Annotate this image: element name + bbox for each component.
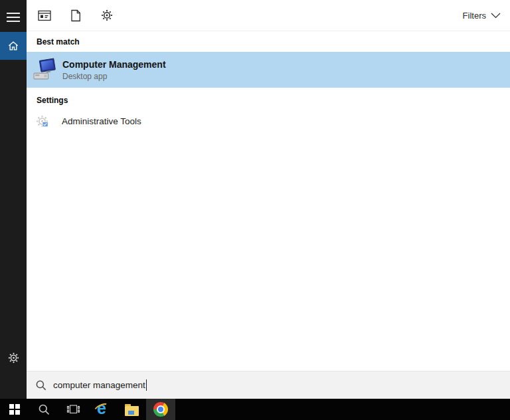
chrome-button[interactable] bbox=[146, 399, 175, 420]
tab-settings[interactable] bbox=[100, 7, 114, 23]
folder-icon bbox=[125, 406, 139, 416]
menu-button[interactable] bbox=[0, 8, 27, 27]
search-icon bbox=[38, 403, 50, 416]
chevron-down-icon bbox=[491, 13, 501, 19]
settings-header: Settings bbox=[37, 96, 68, 105]
best-match-header: Best match bbox=[37, 37, 80, 47]
nav-settings-button[interactable] bbox=[0, 348, 27, 367]
chrome-icon bbox=[153, 402, 168, 417]
file-explorer-button[interactable] bbox=[117, 399, 146, 420]
text-caret bbox=[146, 379, 147, 391]
tab-apps[interactable] bbox=[37, 7, 52, 23]
search-filter-bar: Filters bbox=[27, 0, 510, 31]
internet-explorer-button[interactable]: e bbox=[88, 399, 117, 420]
ie-icon: e bbox=[94, 401, 111, 417]
computer-management-icon bbox=[33, 58, 58, 82]
search-results-panel: Filters Best match bbox=[27, 0, 510, 399]
filters-label: Filters bbox=[463, 11, 486, 21]
windows-logo-icon bbox=[9, 404, 20, 415]
start-button[interactable] bbox=[0, 399, 29, 420]
taskbar: e bbox=[0, 399, 510, 420]
result-title: Computer Management bbox=[62, 58, 166, 70]
task-view-button[interactable] bbox=[58, 399, 88, 420]
search-query-text: computer management bbox=[53, 380, 145, 390]
gear-icon bbox=[7, 352, 20, 364]
admin-tools-gear-icon bbox=[35, 114, 49, 128]
best-match-result[interactable]: Computer Management Desktop app bbox=[27, 52, 510, 88]
gear-icon bbox=[100, 9, 114, 22]
nav-home-button[interactable] bbox=[0, 32, 27, 60]
settings-result-admin-tools[interactable]: Administrative Tools bbox=[27, 111, 510, 131]
best-match-text: Computer Management Desktop app bbox=[62, 58, 166, 82]
document-icon bbox=[70, 9, 81, 22]
task-view-icon bbox=[66, 403, 80, 415]
filters-dropdown[interactable]: Filters bbox=[463, 11, 501, 21]
left-nav-rail bbox=[0, 0, 27, 399]
filter-tabs bbox=[37, 7, 114, 23]
tab-documents[interactable] bbox=[68, 7, 83, 23]
search-input[interactable]: computer management bbox=[27, 371, 510, 399]
home-icon bbox=[7, 39, 20, 52]
windows-search-flyout: Filters Best match bbox=[0, 0, 510, 420]
result-subtitle: Desktop app bbox=[62, 72, 166, 82]
settings-item-label: Administrative Tools bbox=[62, 116, 141, 126]
taskbar-search-button[interactable] bbox=[29, 399, 58, 420]
apps-window-icon bbox=[38, 10, 51, 21]
search-icon bbox=[35, 379, 47, 391]
